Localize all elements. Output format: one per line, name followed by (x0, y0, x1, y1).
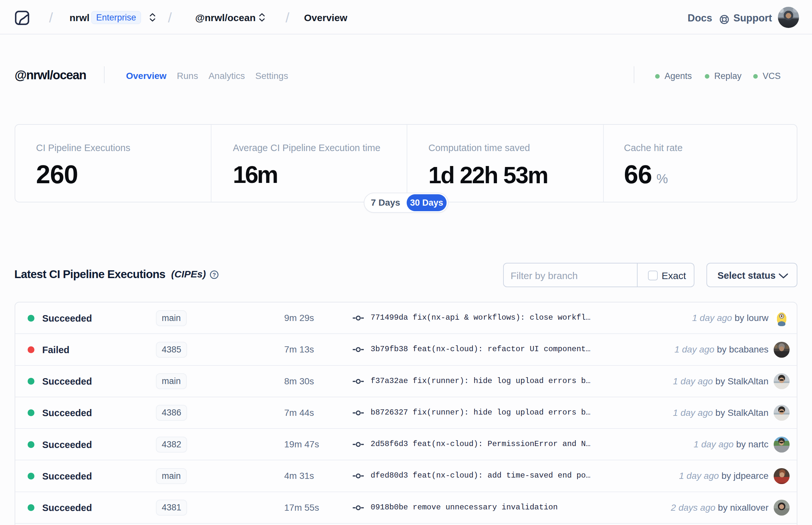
svg-text:?: ? (212, 272, 216, 278)
